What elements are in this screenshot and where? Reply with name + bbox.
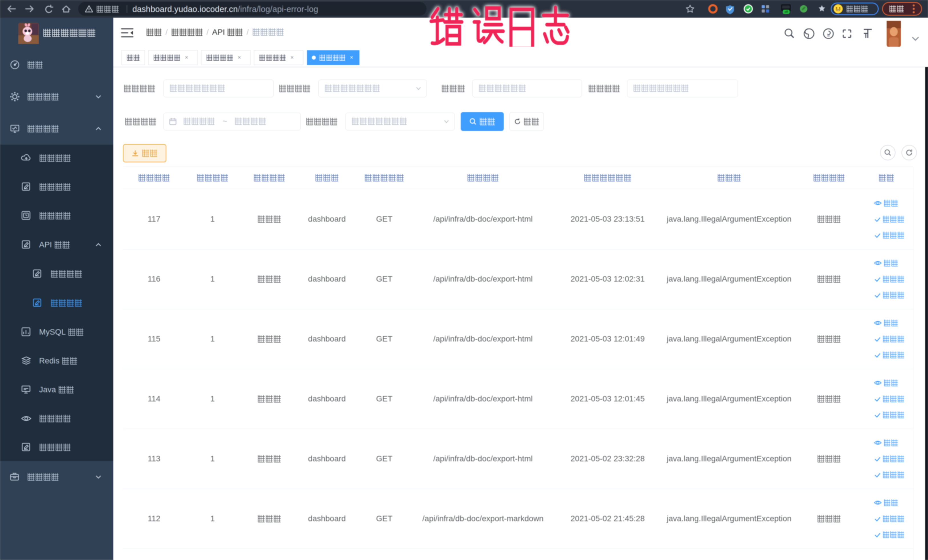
svg-text:off: off: [785, 10, 788, 14]
